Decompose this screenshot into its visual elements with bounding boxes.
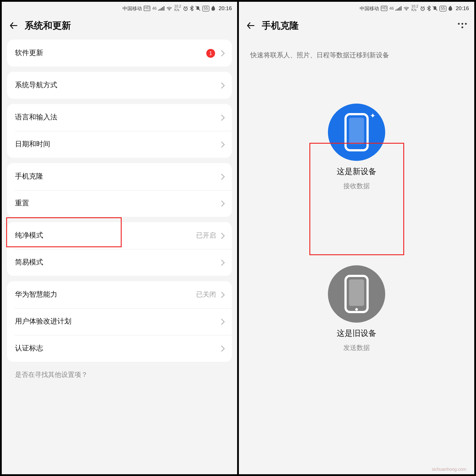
row-title: 认证标志 bbox=[15, 344, 220, 353]
signal-icon bbox=[158, 6, 165, 11]
row-title: 语言和输入法 bbox=[15, 113, 220, 122]
back-icon[interactable] bbox=[246, 21, 256, 30]
wifi-icon bbox=[166, 6, 172, 11]
back-icon[interactable] bbox=[9, 21, 18, 30]
new-device-icon: ✦ bbox=[328, 103, 385, 161]
net-speed: 10.2K/s bbox=[411, 5, 418, 12]
watermark: sichuanhong.com bbox=[432, 467, 466, 472]
row-title: 日期和时间 bbox=[15, 140, 220, 149]
row-title: 软件更新 bbox=[15, 49, 206, 58]
row-title: 手机克隆 bbox=[15, 172, 220, 181]
wifi-icon bbox=[404, 6, 410, 11]
carrier-label: 中国移动 bbox=[360, 5, 379, 12]
new-device-title: 这是新设备 bbox=[337, 166, 376, 177]
row-software-update[interactable]: 软件更新 1 bbox=[7, 40, 232, 67]
network-label: 46 bbox=[389, 6, 394, 11]
settings-group: 纯净模式 已开启 简易模式 bbox=[7, 222, 232, 276]
header: 手机克隆 bbox=[239, 15, 474, 40]
old-device-button[interactable]: 这是旧设备 发送数据 bbox=[328, 265, 385, 352]
row-system-navigation[interactable]: 系统导航方式 bbox=[7, 72, 232, 99]
settings-group: 华为智慧能力 已关闭 用户体验改进计划 认证标志 bbox=[7, 281, 232, 362]
svg-rect-3 bbox=[349, 118, 364, 144]
svg-point-6 bbox=[355, 308, 358, 311]
alarm-icon bbox=[420, 6, 425, 11]
row-value: 已关闭 bbox=[196, 290, 216, 299]
chevron-right-icon bbox=[219, 318, 225, 325]
row-title: 重置 bbox=[15, 199, 220, 208]
row-value: 已开启 bbox=[196, 231, 216, 240]
page-title: 系统和更新 bbox=[25, 19, 71, 32]
row-huawei-ai[interactable]: 华为智慧能力 已关闭 bbox=[7, 281, 232, 308]
update-badge: 1 bbox=[206, 49, 215, 57]
network-label: 46 bbox=[152, 6, 157, 11]
bluetooth-icon bbox=[427, 6, 431, 11]
old-device-icon bbox=[328, 265, 385, 323]
leaf-icon bbox=[448, 6, 453, 11]
page-subtitle: 快速将联系人、照片、日程等数据迁移到新设备 bbox=[239, 40, 474, 60]
row-phone-clone[interactable]: 手机克隆 bbox=[7, 163, 232, 190]
hd-icon: HD bbox=[381, 6, 388, 11]
chevron-right-icon bbox=[219, 233, 225, 239]
battery-icon: 55 bbox=[440, 5, 446, 11]
row-pure-mode[interactable]: 纯净模式 已开启 bbox=[7, 222, 232, 249]
row-certification[interactable]: 认证标志 bbox=[7, 335, 232, 362]
hd-icon: HD bbox=[144, 6, 151, 11]
chevron-right-icon bbox=[219, 50, 225, 56]
more-icon[interactable] bbox=[458, 21, 467, 30]
alarm-icon bbox=[183, 6, 188, 11]
row-user-experience[interactable]: 用户体验改进计划 bbox=[7, 308, 232, 335]
carrier-label: 中国移动 bbox=[122, 5, 142, 12]
sparkle-icon: ✦ bbox=[370, 112, 375, 120]
phone-right: 中国移动 HD 46 10.2K/s 55 20:16 手机克隆 快速将联系人、… bbox=[238, 0, 476, 476]
phone-left: 中国移动 HD 46 10.2K/s 55 20:16 系统和更新 软件更新 1… bbox=[0, 0, 238, 476]
settings-group: 软件更新 1 bbox=[7, 40, 232, 67]
page-title: 手机克隆 bbox=[262, 19, 299, 32]
battery-icon: 55 bbox=[202, 5, 209, 11]
mute-icon bbox=[432, 6, 438, 11]
status-bar: 中国移动 HD 46 10.2K/s 55 20:16 bbox=[239, 2, 474, 15]
row-title: 系统导航方式 bbox=[15, 81, 220, 90]
net-speed: 10.2K/s bbox=[174, 5, 181, 12]
signal-icon bbox=[396, 6, 402, 11]
chevron-right-icon bbox=[219, 345, 225, 352]
new-device-button[interactable]: ✦ 这是新设备 接收数据 bbox=[328, 103, 385, 190]
row-reset[interactable]: 重置 bbox=[7, 190, 232, 217]
footer-hint: 是否在寻找其他设置项？ bbox=[15, 371, 224, 379]
status-bar: 中国移动 HD 46 10.2K/s 55 20:16 bbox=[2, 2, 237, 15]
old-device-subtitle: 发送数据 bbox=[343, 344, 370, 352]
chevron-right-icon bbox=[219, 259, 225, 266]
row-title: 华为智慧能力 bbox=[15, 290, 196, 299]
settings-group: 系统导航方式 bbox=[7, 72, 232, 99]
row-date-time[interactable]: 日期和时间 bbox=[7, 131, 232, 158]
mute-icon bbox=[195, 6, 201, 11]
device-choice-area: ✦ 这是新设备 接收数据 这是旧设备 发送数据 bbox=[239, 103, 474, 352]
chevron-right-icon bbox=[219, 82, 225, 88]
chevron-right-icon bbox=[219, 141, 225, 147]
row-title: 简易模式 bbox=[15, 258, 220, 267]
row-simple-mode[interactable]: 简易模式 bbox=[7, 249, 232, 276]
chevron-right-icon bbox=[219, 200, 225, 206]
clock-label: 20:16 bbox=[219, 5, 232, 12]
settings-group: 语言和输入法 日期和时间 bbox=[7, 104, 232, 158]
chevron-right-icon bbox=[219, 114, 225, 120]
header: 系统和更新 bbox=[2, 15, 237, 40]
chevron-right-icon bbox=[219, 173, 225, 180]
leaf-icon bbox=[211, 6, 216, 11]
bluetooth-icon bbox=[190, 6, 193, 11]
row-title: 纯净模式 bbox=[15, 231, 196, 240]
chevron-right-icon bbox=[219, 291, 225, 298]
svg-rect-5 bbox=[349, 279, 364, 306]
new-device-subtitle: 接收数据 bbox=[343, 182, 370, 190]
old-device-title: 这是旧设备 bbox=[337, 328, 376, 339]
settings-group: 手机克隆 重置 bbox=[7, 163, 232, 217]
row-title: 用户体验改进计划 bbox=[15, 317, 220, 326]
clock-label: 20:16 bbox=[456, 5, 469, 12]
row-language-input[interactable]: 语言和输入法 bbox=[7, 104, 232, 131]
